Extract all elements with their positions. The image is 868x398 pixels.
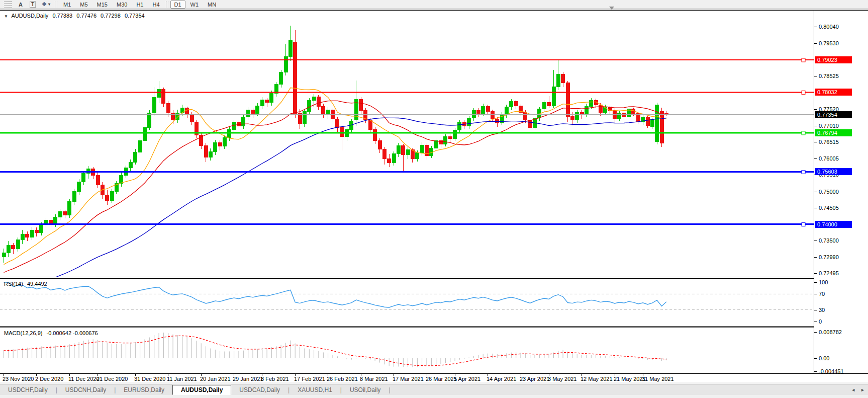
text-tool-button[interactable]: A — [15, 1, 26, 9]
price-badge-0.76794: 0.76794 — [815, 129, 852, 136]
price-chart-canvas[interactable] — [0, 11, 814, 373]
axis-tick-mark — [814, 294, 817, 294]
chart-shift-marker-icon — [609, 7, 614, 10]
candle-body — [2, 253, 6, 257]
macd-signal-line[interactable] — [4, 336, 666, 366]
price-badge-0.79023: 0.79023 — [815, 56, 852, 63]
timeframe-button-M15[interactable]: M15 — [93, 1, 112, 9]
pane-splitter[interactable] — [0, 326, 868, 328]
candle-body — [622, 113, 626, 117]
ma-55-line[interactable] — [4, 118, 666, 296]
chart-tab-USDCAD[interactable]: USDCAD,Daily — [231, 384, 288, 395]
date-label: 2 Dec 2020 — [35, 376, 63, 382]
candle-body — [453, 130, 457, 138]
tab-separator: | — [389, 384, 390, 395]
candle-body — [524, 112, 527, 120]
candle-body — [388, 159, 391, 163]
date-label: 17 Feb 2021 — [294, 376, 325, 382]
candle-body — [82, 174, 85, 182]
axis-tick-mark — [814, 282, 817, 283]
chart-symbol: AUDUSD,Daily — [11, 13, 48, 19]
macd-name: MACD(12,26,9) — [4, 330, 42, 336]
candle-body — [542, 103, 546, 109]
pane-splitter[interactable] — [0, 277, 868, 278]
timeframe-button-W1[interactable]: W1 — [186, 1, 203, 9]
arrows-icon: ❖ — [42, 1, 47, 8]
arrows-tool-button[interactable]: ❖ ▾ — [39, 1, 53, 9]
price-axis[interactable]: 0.800400.795300.785250.775200.770100.765… — [814, 11, 868, 373]
candle-body — [157, 90, 161, 98]
price-tick-label: 0.80040 — [819, 24, 839, 30]
label-tool-button[interactable]: T — [27, 1, 38, 9]
timeframe-button-M5[interactable]: M5 — [76, 1, 91, 9]
candle-body — [505, 107, 508, 115]
price-tick-label: 0.77010 — [819, 123, 839, 129]
candle-body — [256, 106, 259, 114]
candle-body — [303, 111, 306, 123]
candle-body — [382, 149, 386, 159]
candle-body — [26, 234, 29, 237]
ohlc-high: 0.77476 — [76, 13, 97, 19]
hline-handle[interactable] — [802, 223, 805, 226]
candle-body — [481, 107, 485, 114]
hline-handle[interactable] — [802, 131, 805, 135]
axis-tick-mark — [814, 358, 817, 359]
candle-body — [420, 145, 424, 153]
tab-scroll-left-button[interactable]: ◄ — [851, 387, 855, 392]
fibonacci-tool-button[interactable]: F — [2, 1, 14, 9]
hline-handle[interactable] — [802, 58, 805, 62]
hline-handle[interactable] — [802, 170, 805, 174]
candle-body — [40, 225, 43, 233]
candle-body — [496, 119, 499, 123]
candle-body — [575, 112, 579, 120]
date-label: 3 May 2021 — [548, 376, 576, 382]
time-axis[interactable]: 23 Nov 20202 Dec 202011 Dec 202021 Dec 2… — [0, 373, 868, 382]
axis-tick-mark — [814, 27, 817, 27]
candle-body — [378, 141, 381, 149]
tab-scroll-right-button[interactable]: ► — [860, 387, 865, 392]
chart-tab-USDCHF[interactable]: USDCHF,Daily — [0, 384, 56, 395]
chart-tab-USOil[interactable]: USOil,Daily — [342, 384, 389, 395]
candle-body — [590, 101, 593, 107]
chevron-down-icon[interactable]: ▾ — [48, 2, 50, 7]
candle-body — [336, 119, 339, 128]
timeframe-button-MN[interactable]: MN — [204, 1, 220, 9]
candle-body — [552, 87, 555, 106]
candle-body — [110, 192, 114, 201]
candle-body — [279, 72, 283, 84]
candle-body — [392, 154, 396, 163]
candle-body — [54, 217, 57, 224]
candle-body — [185, 108, 189, 115]
date-label: 14 Apr 2021 — [487, 376, 516, 382]
candle-body — [660, 111, 663, 143]
axis-tick-mark — [814, 332, 817, 333]
axis-tick-mark — [814, 257, 817, 258]
macd-axis-label: -0.004451 — [819, 368, 844, 374]
timeframe-button-H1[interactable]: H1 — [132, 1, 147, 9]
rsi-axis-label: 100 — [819, 279, 828, 285]
chart-tab-AUDUSD[interactable]: AUDUSD,Daily — [172, 385, 231, 395]
price-tick-label: 0.76515 — [819, 139, 839, 145]
candle-body — [288, 40, 292, 57]
timeframe-button-M1[interactable]: M1 — [59, 1, 75, 9]
candle-body — [368, 120, 372, 129]
timeframe-button-D1[interactable]: D1 — [170, 1, 185, 9]
candle-body — [251, 110, 255, 114]
timeframe-button-M30[interactable]: M30 — [113, 1, 131, 9]
rsi-line[interactable] — [4, 282, 666, 307]
hline-handle[interactable] — [802, 91, 805, 94]
title-triangle-icon[interactable]: ▼ — [4, 14, 8, 19]
axis-tick-mark — [814, 273, 817, 274]
candle-body — [21, 234, 24, 240]
timeframe-button-H4[interactable]: H4 — [148, 1, 163, 9]
date-label: 12 May 2021 — [581, 376, 613, 382]
candle-body — [434, 141, 438, 148]
chart-tab-EURUSD[interactable]: EURUSD,Daily — [116, 384, 172, 395]
chart-title: ▼ AUDUSD,Daily 0.77383 0.77476 0.77298 0… — [4, 13, 147, 19]
macd-values: -0.000642 -0.000676 — [46, 330, 98, 336]
chart-tab-XAUUSD[interactable]: XAUUSD,H1 — [290, 384, 340, 395]
candlestick-series — [2, 26, 668, 263]
candle-body — [636, 114, 640, 122]
label-icon: T — [30, 1, 36, 8]
chart-tab-USDCNH[interactable]: USDCNH,Daily — [57, 384, 114, 395]
